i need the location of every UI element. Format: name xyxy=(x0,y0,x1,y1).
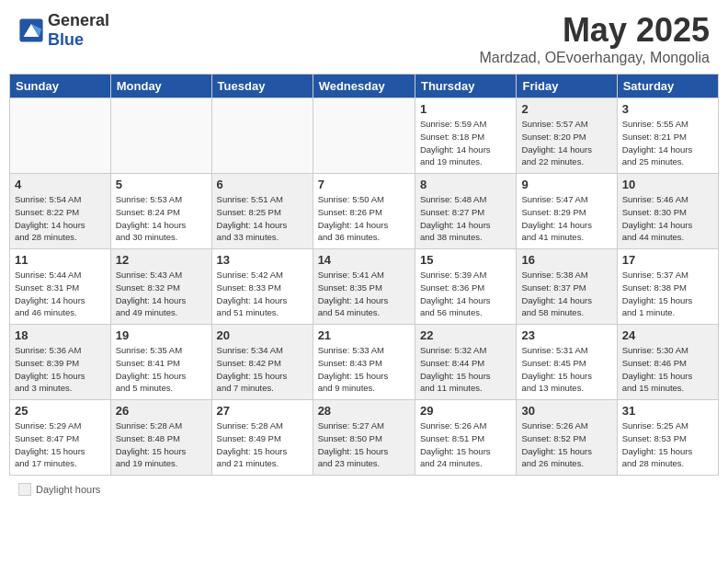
day-number: 24 xyxy=(622,328,713,342)
cell-info: Sunrise: 5:37 AMSunset: 8:38 PMDaylight:… xyxy=(622,269,713,319)
cell-info: Sunrise: 5:50 AMSunset: 8:26 PMDaylight:… xyxy=(318,193,410,244)
cell-info: Sunrise: 5:55 AMSunset: 8:21 PMDaylight:… xyxy=(622,118,713,168)
cell-info: Sunrise: 5:36 AMSunset: 8:39 PMDaylight:… xyxy=(15,344,106,395)
logo-blue-text: Blue xyxy=(48,30,109,50)
day-number: 18 xyxy=(15,328,106,342)
day-number: 5 xyxy=(116,178,207,191)
header-tuesday: Tuesday xyxy=(211,75,313,98)
day-number: 2 xyxy=(521,102,611,116)
logo-icon xyxy=(18,17,44,43)
table-row: 25Sunrise: 5:29 AMSunset: 8:47 PMDayligh… xyxy=(10,400,111,476)
calendar-week-2: 4Sunrise: 5:54 AMSunset: 8:22 PMDaylight… xyxy=(10,174,719,249)
day-number: 23 xyxy=(521,328,611,342)
day-number: 15 xyxy=(420,253,511,267)
calendar-week-4: 18Sunrise: 5:36 AMSunset: 8:39 PMDayligh… xyxy=(10,325,719,400)
day-number: 17 xyxy=(622,253,713,267)
table-row xyxy=(211,98,313,174)
legend-box xyxy=(18,483,31,496)
cell-info: Sunrise: 5:48 AMSunset: 8:27 PMDaylight:… xyxy=(420,193,511,244)
table-row: 20Sunrise: 5:34 AMSunset: 8:42 PMDayligh… xyxy=(211,325,313,400)
logo-text: General Blue xyxy=(48,11,109,50)
title-section: May 2025 Mardzad, OEvoerhangay, Mongolia xyxy=(479,11,710,66)
day-number: 27 xyxy=(217,404,308,418)
day-number: 7 xyxy=(318,178,410,191)
header-monday: Monday xyxy=(110,75,211,98)
day-number: 9 xyxy=(521,178,611,191)
day-number: 13 xyxy=(217,253,308,267)
day-number: 30 xyxy=(521,404,611,418)
table-row: 10Sunrise: 5:46 AMSunset: 8:30 PMDayligh… xyxy=(617,174,718,249)
day-number: 16 xyxy=(521,253,611,267)
day-number: 20 xyxy=(217,328,308,342)
table-row: 26Sunrise: 5:28 AMSunset: 8:48 PMDayligh… xyxy=(110,400,211,476)
calendar-week-1: 1Sunrise: 5:59 AMSunset: 8:18 PMDaylight… xyxy=(10,98,719,174)
table-row xyxy=(110,98,211,174)
cell-info: Sunrise: 5:35 AMSunset: 8:41 PMDaylight:… xyxy=(116,344,207,395)
table-row: 14Sunrise: 5:41 AMSunset: 8:35 PMDayligh… xyxy=(313,249,415,325)
table-row: 30Sunrise: 5:26 AMSunset: 8:52 PMDayligh… xyxy=(517,400,617,476)
table-row xyxy=(313,98,415,174)
calendar-header-row: Sunday Monday Tuesday Wednesday Thursday… xyxy=(10,75,719,98)
table-row: 16Sunrise: 5:38 AMSunset: 8:37 PMDayligh… xyxy=(517,249,617,325)
cell-info: Sunrise: 5:53 AMSunset: 8:24 PMDaylight:… xyxy=(116,193,207,244)
month-year-title: May 2025 xyxy=(479,11,710,50)
header-wednesday: Wednesday xyxy=(313,75,415,98)
header-sunday: Sunday xyxy=(10,75,111,98)
day-number: 3 xyxy=(622,102,713,116)
table-row: 18Sunrise: 5:36 AMSunset: 8:39 PMDayligh… xyxy=(10,325,111,400)
day-number: 22 xyxy=(420,328,511,342)
table-row: 12Sunrise: 5:43 AMSunset: 8:32 PMDayligh… xyxy=(110,249,211,325)
cell-info: Sunrise: 5:57 AMSunset: 8:20 PMDaylight:… xyxy=(521,118,611,168)
location-subtitle: Mardzad, OEvoerhangay, Mongolia xyxy=(479,50,710,66)
table-row: 11Sunrise: 5:44 AMSunset: 8:31 PMDayligh… xyxy=(10,249,111,325)
cell-info: Sunrise: 5:39 AMSunset: 8:36 PMDaylight:… xyxy=(420,269,511,319)
table-row: 23Sunrise: 5:31 AMSunset: 8:45 PMDayligh… xyxy=(517,325,617,400)
cell-info: Sunrise: 5:25 AMSunset: 8:53 PMDaylight:… xyxy=(622,419,713,470)
day-number: 6 xyxy=(217,178,308,191)
cell-info: Sunrise: 5:28 AMSunset: 8:48 PMDaylight:… xyxy=(116,419,207,470)
cell-info: Sunrise: 5:46 AMSunset: 8:30 PMDaylight:… xyxy=(622,193,713,244)
table-row: 15Sunrise: 5:39 AMSunset: 8:36 PMDayligh… xyxy=(415,249,516,325)
cell-info: Sunrise: 5:26 AMSunset: 8:52 PMDaylight:… xyxy=(521,419,611,470)
cell-info: Sunrise: 5:30 AMSunset: 8:46 PMDaylight:… xyxy=(622,344,713,395)
day-number: 26 xyxy=(116,404,207,418)
day-number: 4 xyxy=(15,178,106,191)
day-number: 12 xyxy=(116,253,207,267)
cell-info: Sunrise: 5:44 AMSunset: 8:31 PMDaylight:… xyxy=(15,269,106,319)
cell-info: Sunrise: 5:42 AMSunset: 8:33 PMDaylight:… xyxy=(217,269,308,319)
table-row: 2Sunrise: 5:57 AMSunset: 8:20 PMDaylight… xyxy=(517,98,617,174)
table-row: 3Sunrise: 5:55 AMSunset: 8:21 PMDaylight… xyxy=(617,98,718,174)
table-row: 9Sunrise: 5:47 AMSunset: 8:29 PMDaylight… xyxy=(517,174,617,249)
cell-info: Sunrise: 5:26 AMSunset: 8:51 PMDaylight:… xyxy=(420,419,511,470)
header-thursday: Thursday xyxy=(415,75,516,98)
table-row: 19Sunrise: 5:35 AMSunset: 8:41 PMDayligh… xyxy=(110,325,211,400)
cell-info: Sunrise: 5:31 AMSunset: 8:45 PMDaylight:… xyxy=(521,344,611,395)
table-row: 17Sunrise: 5:37 AMSunset: 8:38 PMDayligh… xyxy=(617,249,718,325)
header-friday: Friday xyxy=(517,75,617,98)
cell-info: Sunrise: 5:59 AMSunset: 8:18 PMDaylight:… xyxy=(420,118,511,168)
logo: General Blue xyxy=(18,11,109,50)
table-row: 24Sunrise: 5:30 AMSunset: 8:46 PMDayligh… xyxy=(617,325,718,400)
legend-label: Daylight hours xyxy=(36,484,100,495)
legend: Daylight hours xyxy=(9,479,728,500)
table-row: 29Sunrise: 5:26 AMSunset: 8:51 PMDayligh… xyxy=(415,400,516,476)
cell-info: Sunrise: 5:34 AMSunset: 8:42 PMDaylight:… xyxy=(217,344,308,395)
table-row: 28Sunrise: 5:27 AMSunset: 8:50 PMDayligh… xyxy=(313,400,415,476)
cell-info: Sunrise: 5:32 AMSunset: 8:44 PMDaylight:… xyxy=(420,344,511,395)
table-row: 4Sunrise: 5:54 AMSunset: 8:22 PMDaylight… xyxy=(10,174,111,249)
calendar-week-3: 11Sunrise: 5:44 AMSunset: 8:31 PMDayligh… xyxy=(10,249,719,325)
table-row: 22Sunrise: 5:32 AMSunset: 8:44 PMDayligh… xyxy=(415,325,516,400)
day-number: 31 xyxy=(622,404,713,418)
cell-info: Sunrise: 5:41 AMSunset: 8:35 PMDaylight:… xyxy=(318,269,410,319)
day-number: 25 xyxy=(15,404,106,418)
logo-general-text: General xyxy=(48,11,109,30)
day-number: 11 xyxy=(15,253,106,267)
cell-info: Sunrise: 5:28 AMSunset: 8:49 PMDaylight:… xyxy=(217,419,308,470)
cell-info: Sunrise: 5:51 AMSunset: 8:25 PMDaylight:… xyxy=(217,193,308,244)
calendar-table: Sunday Monday Tuesday Wednesday Thursday… xyxy=(9,74,719,476)
day-number: 10 xyxy=(622,178,713,191)
page-header: General Blue May 2025 Mardzad, OEvoerhan… xyxy=(0,0,728,74)
day-number: 29 xyxy=(420,404,511,418)
table-row: 27Sunrise: 5:28 AMSunset: 8:49 PMDayligh… xyxy=(211,400,313,476)
day-number: 14 xyxy=(318,253,410,267)
